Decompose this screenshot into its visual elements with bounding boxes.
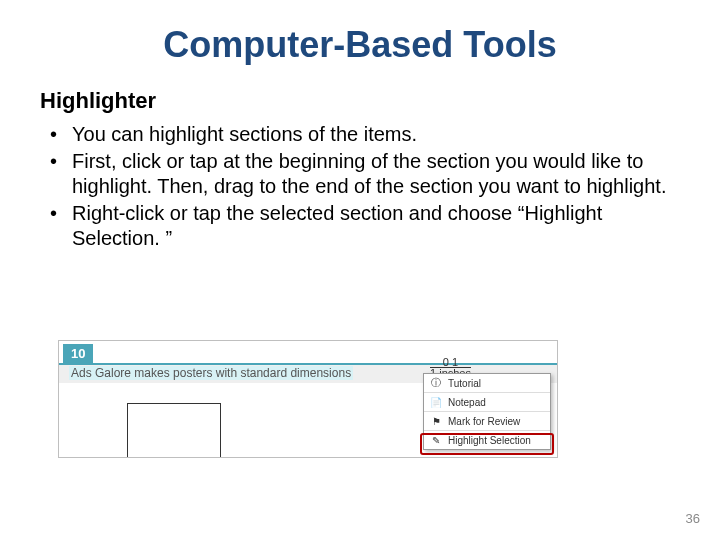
slide: Computer-Based Tools Highlighter You can… [0, 0, 720, 540]
highlighted-prompt-text: Ads Galore makes posters with standard d… [69, 366, 353, 380]
info-icon: ⓘ [430, 377, 442, 389]
menu-item-notepad[interactable]: 📄 Notepad [424, 393, 550, 412]
menu-item-label: Tutorial [448, 378, 481, 389]
menu-item-label: Mark for Review [448, 416, 520, 427]
notepad-icon: 📄 [430, 396, 442, 408]
context-menu: ⓘ Tutorial 📄 Notepad ⚑ Mark for Review ✎… [423, 373, 551, 450]
slide-number: 36 [686, 511, 700, 526]
menu-item-highlight-selection[interactable]: ✎ Highlight Selection [424, 431, 550, 449]
highlighter-icon: ✎ [430, 434, 442, 446]
question-number-tab[interactable]: 10 [63, 344, 93, 363]
slide-title: Computer-Based Tools [40, 24, 680, 66]
menu-item-mark-for-review[interactable]: ⚑ Mark for Review [424, 412, 550, 431]
bullet-item: You can highlight sections of the items. [68, 122, 680, 147]
bullet-item: First, click or tap at the beginning of … [68, 149, 680, 199]
figure-tab-bar: 10 [59, 341, 557, 365]
bullet-list: You can highlight sections of the items.… [40, 122, 680, 251]
menu-item-label: Notepad [448, 397, 486, 408]
bullet-item: Right-click or tap the selected section … [68, 201, 680, 251]
flag-icon: ⚑ [430, 415, 442, 427]
slide-subheading: Highlighter [40, 88, 680, 114]
menu-item-tutorial[interactable]: ⓘ Tutorial [424, 374, 550, 393]
screenshot-figure: 10 Ads Galore makes posters with standar… [58, 340, 558, 458]
menu-item-label: Highlight Selection [448, 435, 531, 446]
poster-rectangle [127, 403, 221, 458]
